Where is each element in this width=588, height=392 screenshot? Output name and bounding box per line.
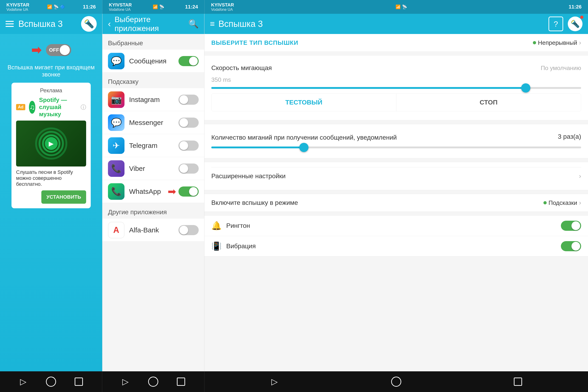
info-icon[interactable]: ⓘ <box>80 104 86 111</box>
app-item-messages[interactable]: 💬 Сообщения <box>102 50 204 72</box>
messenger-toggle[interactable] <box>178 118 199 128</box>
help-button[interactable]: ? <box>548 16 563 31</box>
panel3-menu-icon[interactable]: ≡ <box>210 19 215 29</box>
recent-nav-p2[interactable] <box>174 375 188 388</box>
flash-description: Вспышка мигает при входящем звонке <box>7 64 95 78</box>
back-nav-icon-p3: ◁ <box>271 377 278 386</box>
advanced-section[interactable]: Расширенные настройки › <box>204 162 588 190</box>
advanced-chevron: › <box>579 172 581 180</box>
back-button[interactable]: ‹ <box>108 19 111 29</box>
ad-section: Реклама Ad ♫ Spotify — слушай музыку ⓘ ▶ <box>12 83 91 208</box>
back-nav-p3[interactable]: ◁ <box>268 375 281 388</box>
other-section-title: Другие приложения <box>102 203 204 218</box>
notification-dot <box>580 16 584 19</box>
status-bar-panel1: KYIVSTAR Vodafone UA <box>6 2 30 12</box>
viber-label: Viber <box>129 165 174 172</box>
ad-badge: Ad <box>16 104 25 110</box>
ad-label: Реклама <box>16 87 86 94</box>
app-item-whatsapp[interactable]: 📞 WhatsApp ➡ <box>102 180 204 203</box>
back-nav-p2[interactable]: ◁ <box>119 375 132 388</box>
app-item-viber[interactable]: 📞 Viber <box>102 157 204 180</box>
wifi-icon-p3: 📡 <box>402 4 407 10</box>
panel3-title: Вспышка 3 <box>218 19 545 29</box>
speed-section: Скорость мигающая По умолчанию 350 ms ТЕ… <box>204 55 588 120</box>
test-button[interactable]: ТЕСТОВЫЙ <box>212 94 396 111</box>
viber-toggle[interactable] <box>178 164 199 174</box>
alfabank-label: Alfa-Bank <box>129 226 174 234</box>
blink-count-section: Количество миганий при получении сообщен… <box>204 124 588 158</box>
flash-toggle-row: ➡ OFF <box>31 43 71 57</box>
hint-section-title: Подсказку <box>102 72 204 88</box>
ad-description: Слушать песни в Spotify можно совершенно… <box>16 169 86 187</box>
speed-slider-thumb[interactable] <box>521 83 530 92</box>
flash-mode-value: Подсказки › <box>544 199 581 206</box>
flash-toggle[interactable]: OFF <box>46 44 71 56</box>
messenger-icon: 💬 <box>108 114 124 131</box>
whatsapp-toggle[interactable] <box>178 186 199 196</box>
telegram-label: Telegram <box>129 142 174 150</box>
vibration-item[interactable]: 📳 Вибрация <box>204 236 588 256</box>
flash-mode-section[interactable]: Включите вспышку в режиме Подсказки › <box>204 194 588 212</box>
blink-slider-fill <box>211 146 304 148</box>
ringtone-toggle[interactable] <box>561 221 581 231</box>
spotify-logo: ♫ <box>29 101 35 114</box>
blink-slider[interactable] <box>211 146 581 148</box>
flash-mode-chevron: › <box>579 199 581 206</box>
signal-icon: 📶 <box>47 4 52 10</box>
stop-button[interactable]: СТОП <box>396 94 581 111</box>
wifi-icon: 📡 <box>54 4 58 10</box>
selected-section-title: Выбранные <box>102 34 204 50</box>
recent-nav-p1[interactable] <box>72 375 85 388</box>
flash-type-section[interactable]: ВЫБЕРИТЕ ТИП ВСПЫШКИ Непрерывный › <box>204 34 588 52</box>
arrow-indicator: ➡ <box>31 43 41 57</box>
home-nav-p1[interactable] <box>44 375 58 388</box>
signal-icon-p3: 📶 <box>396 4 400 10</box>
home-nav-p3[interactable] <box>390 375 403 388</box>
signal-icon-p2: 📶 <box>153 4 158 10</box>
flash-mode-label: Включите вспышку в режиме <box>211 199 298 206</box>
app-item-alfabank[interactable]: A Alfa-Bank <box>102 218 204 242</box>
instagram-icon: 📷 <box>108 92 124 108</box>
flashlight-button[interactable]: 🔦 <box>81 16 97 32</box>
app-item-instagram[interactable]: 📷 Instagram <box>102 88 204 111</box>
alfabank-icon: A <box>108 222 124 238</box>
panel2-title: Выберите приложения <box>114 15 185 33</box>
messages-toggle[interactable] <box>178 56 199 66</box>
telegram-toggle[interactable] <box>178 140 199 151</box>
flashlight-icon: 🔦 <box>84 19 94 29</box>
home-nav-p2[interactable] <box>147 375 160 388</box>
panel3-header: ≡ Вспышка 3 ? 🔦 <box>204 14 588 34</box>
vibration-icon: 📳 <box>211 241 222 251</box>
instagram-toggle[interactable] <box>178 94 199 105</box>
wifi-icon-p2: 📡 <box>159 4 164 10</box>
vibration-toggle[interactable] <box>561 241 581 251</box>
advanced-label: Расширенные настройки <box>211 172 286 180</box>
flashlight-button-p3[interactable]: 🔦 <box>568 16 582 31</box>
speed-slider-fill <box>211 87 526 89</box>
app-item-messenger[interactable]: 💬 Messenger <box>102 111 204 134</box>
blink-slider-thumb[interactable] <box>299 143 308 152</box>
messenger-label: Messenger <box>129 119 174 126</box>
ringtone-item[interactable]: 🔔 Рингтон <box>204 216 588 236</box>
app-item-telegram[interactable]: ✈ Telegram <box>102 134 204 157</box>
search-button[interactable]: 🔍 <box>188 19 199 29</box>
install-button[interactable]: УСТАНОВИТЬ <box>41 190 86 204</box>
speed-slider[interactable] <box>211 87 581 89</box>
toggle-circle <box>60 45 70 55</box>
viber-icon: 📞 <box>108 160 124 177</box>
flash-type-label: ВЫБЕРИТЕ ТИП ВСПЫШКИ <box>211 39 298 46</box>
settings-content: ВЫБЕРИТЕ ТИП ВСПЫШКИ Непрерывный › Скоро… <box>204 34 588 371</box>
back-nav-icon-p2: ◁ <box>122 377 128 386</box>
spotify-visual: ▶ <box>35 128 67 160</box>
speed-ms: 350 ms <box>211 76 581 83</box>
back-nav-icon-p1: ◁ <box>20 377 26 386</box>
alfabank-toggle[interactable] <box>178 225 199 235</box>
hamburger-menu-icon[interactable] <box>6 21 14 27</box>
notification-items: 🔔 Рингтон 📳 Вибрация <box>204 216 588 257</box>
speed-label: Скорость мигающая <box>211 64 272 72</box>
recent-nav-p3[interactable] <box>512 375 524 388</box>
time-display-panel1: 11:26 <box>83 4 96 10</box>
recent-nav-icon-p3 <box>514 378 522 386</box>
bluetooth-icon: 🔷 <box>60 4 65 10</box>
back-nav-p1[interactable]: ◁ <box>17 375 30 388</box>
